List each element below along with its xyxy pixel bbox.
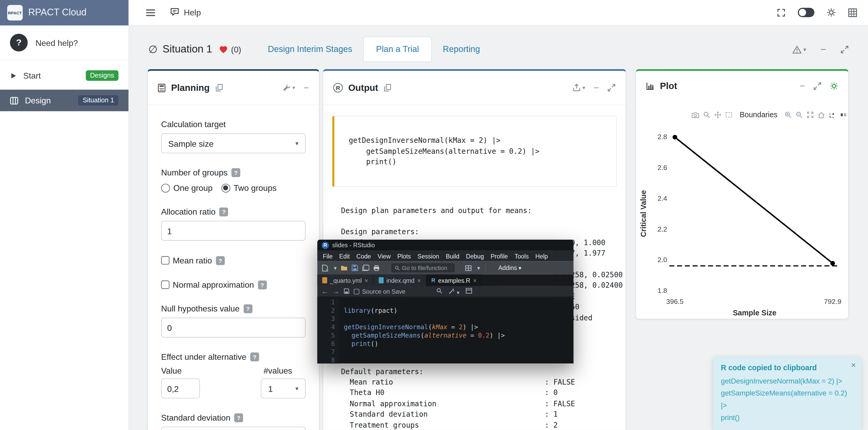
close-toast-icon[interactable]: × (851, 360, 856, 370)
tab-quarto-yml[interactable]: _quarto.yml × (317, 274, 374, 286)
calculation-target-select[interactable]: Sample size ▾ (161, 133, 306, 153)
menu-tools[interactable]: Tools (515, 253, 529, 259)
theme-toggle[interactable] (798, 8, 814, 17)
two-groups-radio[interactable] (221, 184, 230, 192)
collapse-page-button[interactable]: − (820, 45, 826, 54)
collapse-output-button[interactable]: − (593, 83, 599, 92)
output-card-header: R Output ▾ − (323, 71, 626, 105)
tab-reporting[interactable]: Reporting (435, 38, 488, 61)
help-badge-icon[interactable]: ? (234, 413, 243, 422)
standard-deviation-input[interactable] (161, 427, 306, 430)
copy-icon[interactable] (384, 84, 392, 92)
camera-download-icon[interactable] (691, 111, 699, 118)
mean-ratio-checkbox[interactable] (161, 256, 169, 264)
help-badge-icon[interactable]: ? (258, 280, 267, 289)
menu-file[interactable]: File (323, 253, 333, 259)
save-all-icon[interactable] (362, 264, 369, 271)
legend-boundaries[interactable]: Boundaries (740, 111, 778, 119)
forward-icon[interactable]: → (333, 288, 339, 295)
help-badge-icon[interactable]: ? (231, 168, 240, 177)
menu-build[interactable]: Build (446, 253, 460, 259)
code-editor[interactable]: 12345678 library(rpact) getDesignInverse… (317, 297, 574, 363)
menu-profile[interactable]: Profile (491, 253, 508, 259)
tab-design-interim-stages[interactable]: Design Interim Stages (260, 38, 360, 61)
find-replace-icon[interactable] (436, 288, 442, 295)
menu-code[interactable]: Code (356, 253, 371, 259)
allocation-ratio-input[interactable] (161, 221, 306, 241)
copy-icon[interactable] (215, 84, 223, 92)
effect-value-input[interactable] (161, 378, 200, 398)
effect-nvalues-select[interactable]: 1 ▾ (261, 378, 306, 398)
calculator-icon (158, 83, 165, 92)
mean-ratio-option[interactable]: Mean ratio (161, 256, 212, 265)
zoom-out-icon[interactable] (796, 111, 803, 119)
new-file-icon[interactable] (321, 264, 328, 271)
goto-file-input[interactable]: Go to file/function (392, 263, 455, 272)
one-group-option[interactable]: One group (161, 183, 213, 193)
two-groups-option[interactable]: Two groups (221, 183, 277, 193)
menu-edit[interactable]: Edit (339, 253, 350, 259)
sidebar-item-design[interactable]: Design Situation 1 (0, 90, 128, 111)
sidebar-item-start[interactable]: Start Designs (0, 65, 128, 87)
fullscreen-icon[interactable] (777, 8, 786, 17)
boundaries-chart[interactable]: 1.82.02.22.42.62.8396.5792.9Sample SizeC… (636, 71, 849, 319)
back-icon[interactable]: ← (321, 288, 328, 295)
normal-approximation-checkbox[interactable] (161, 281, 169, 289)
hover-closest-icon[interactable] (840, 111, 847, 119)
hamburger-menu-icon[interactable] (146, 9, 155, 16)
pan-icon[interactable] (714, 111, 721, 119)
help-badge-icon[interactable]: ? (216, 256, 225, 265)
autoscale-icon[interactable] (807, 111, 814, 119)
need-help-item[interactable]: ? Need help? (0, 25, 128, 60)
print-icon[interactable] (373, 265, 380, 271)
export-icon[interactable]: ▾ (572, 84, 585, 92)
tab-plan-a-trial[interactable]: Plan a Trial (363, 37, 432, 62)
menu-plots[interactable]: Plots (397, 253, 411, 259)
gear-icon[interactable] (827, 8, 836, 17)
rstudio-toolbar: ▾ Go to file/function ▾ Addins ▾ (317, 261, 574, 274)
tab-index-qmd[interactable]: index.qmd × (374, 274, 426, 286)
source-on-save-option[interactable]: Source on Save (354, 288, 405, 295)
mean-ratio-row: Mean ratio ? (161, 256, 306, 265)
addins-dropdown[interactable]: Addins ▾ (498, 264, 521, 271)
toggle-spikelines-icon[interactable] (829, 111, 836, 119)
save-icon[interactable] (351, 264, 358, 271)
help-badge-icon[interactable]: ? (219, 207, 228, 216)
source-on-save-checkbox[interactable] (354, 289, 359, 294)
collapse-planning-button[interactable]: − (304, 83, 309, 92)
one-group-radio[interactable] (161, 184, 170, 192)
menu-debug[interactable]: Debug (466, 253, 484, 259)
help-badge-icon[interactable]: ? (250, 352, 259, 361)
menu-view[interactable]: View (377, 253, 391, 259)
help-badge-icon[interactable]: ? (243, 304, 252, 313)
tab-examples-r[interactable]: R examples.R × (426, 274, 482, 286)
close-tab-icon[interactable]: × (365, 277, 368, 284)
warnings-dropdown[interactable]: ▾ (792, 45, 806, 54)
compile-report-icon[interactable] (466, 288, 472, 295)
null-hypothesis-input[interactable] (161, 318, 306, 338)
open-folder-icon[interactable] (341, 265, 348, 271)
workspace-panes-icon[interactable] (465, 265, 471, 271)
box-select-icon[interactable] (725, 111, 733, 119)
wrench-settings-icon[interactable]: ▾ (283, 84, 295, 92)
zoom-in-icon[interactable] (785, 111, 792, 119)
menu-help[interactable]: Help (535, 253, 548, 259)
heart-icon[interactable] (219, 45, 228, 54)
zoom-icon[interactable] (703, 111, 711, 119)
help-button[interactable]: Help (170, 7, 201, 18)
need-help-label: Need help? (35, 38, 78, 47)
reset-axes-home-icon[interactable] (818, 111, 825, 118)
code-tools-wand-icon[interactable]: ▾ (448, 288, 460, 295)
designs-badge: Designs (86, 70, 119, 81)
menu-session[interactable]: Session (417, 253, 439, 259)
rstudio-window[interactable]: R slides - RStudio File Edit Code View P… (317, 240, 574, 364)
grid-apps-icon[interactable] (848, 8, 857, 17)
effect-sub-labels: Value #values (161, 366, 306, 375)
expand-page-button[interactable] (840, 45, 849, 54)
expand-output-button[interactable] (607, 84, 616, 92)
normal-approximation-option[interactable]: Normal approximation (161, 280, 254, 289)
close-tab-icon[interactable]: × (417, 277, 421, 284)
save-icon[interactable] (344, 288, 349, 295)
close-tab-icon[interactable]: × (473, 277, 477, 284)
toast-code-text: getDesignInverseNormal(kMax = 2) |> getS… (721, 375, 848, 424)
